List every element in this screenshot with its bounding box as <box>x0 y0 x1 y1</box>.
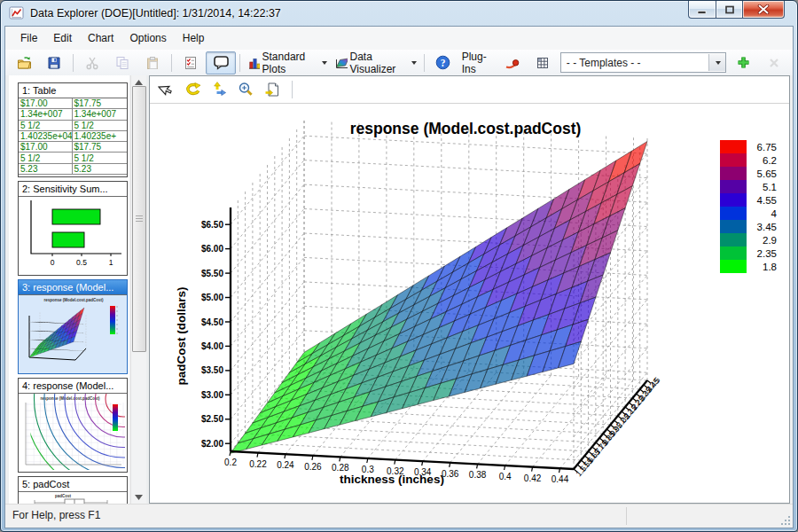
pointer-tool-button[interactable] <box>155 79 176 100</box>
3d-surface-plot[interactable]: $2.00$2.50$3.00$3.50$4.00$4.50$5.00$5.50… <box>150 104 789 503</box>
toolbar-separator <box>292 81 293 98</box>
comment-button[interactable] <box>206 51 236 74</box>
status-text: For Help, press F1 <box>12 509 100 521</box>
window-title: Data Explorer (DOE)[Untitled]: 1/31/2014… <box>30 7 281 20</box>
toolbar-separator <box>239 54 240 72</box>
toolbar-separator <box>171 54 172 72</box>
sidebar-scrollbar[interactable] <box>130 75 146 505</box>
export-page-icon <box>264 82 280 98</box>
svg-text:0.38: 0.38 <box>469 470 487 480</box>
thumbnail-4-contour[interactable]: 4: response (Model... response (Model.co… <box>18 378 128 473</box>
close-button[interactable] <box>743 1 785 19</box>
grid-icon <box>536 56 550 70</box>
svg-text:5.65: 5.65 <box>757 168 777 179</box>
standard-plots-button[interactable]: Standard Plots <box>244 51 331 74</box>
menu-bar: FileEditChartOptionsHelp <box>5 27 793 51</box>
thumbnail-5-histogram[interactable]: 5: padCost padCost <box>18 476 128 505</box>
restore-button[interactable] <box>716 1 743 19</box>
save-icon <box>47 56 61 70</box>
menu-item-help[interactable]: Help <box>175 27 213 49</box>
svg-text:$4.00: $4.00 <box>201 341 223 351</box>
svg-text:0.5: 0.5 <box>76 258 87 267</box>
svg-text:$5.00: $5.00 <box>201 293 223 302</box>
save-button[interactable] <box>39 51 69 74</box>
thumbnail-label: 4: response (Model... <box>19 379 127 394</box>
arrow-up-icon <box>135 80 143 85</box>
scroll-down-button[interactable] <box>131 490 146 505</box>
mini-table: $17.00$17.751.34e+0071.34e+0075 1/25 1/2… <box>19 98 127 175</box>
open-button[interactable] <box>9 51 39 74</box>
svg-text:response (Model.cost.padCost): response (Model.cost.padCost) <box>43 298 104 302</box>
templates-combobox[interactable]: - - Templates - - <box>560 52 726 73</box>
svg-text:$3.00: $3.00 <box>201 390 223 400</box>
menu-item-file[interactable]: File <box>12 27 45 49</box>
templates-value: - - Templates - - <box>567 57 641 69</box>
toolbar-separator <box>424 54 425 72</box>
thumbnail-3-surface[interactable]: 3: response (Model... response (Model.co… <box>18 279 128 374</box>
main-toolbar: Standard Plots Data Visualizer ? Plug-In… <box>5 50 793 76</box>
thumbnail-preview: padCost <box>19 492 127 505</box>
menu-item-edit[interactable]: Edit <box>45 27 80 49</box>
delete-template-button[interactable] <box>759 51 789 74</box>
checklist-button[interactable] <box>176 51 206 74</box>
menu-item-chart[interactable]: Chart <box>80 27 121 49</box>
toolbar-separator <box>73 54 74 72</box>
zoom-tool-button[interactable] <box>235 79 256 100</box>
thumbnail-1-table[interactable]: 1: Table $17.00$17.751.34e+0071.34e+0075… <box>18 82 128 177</box>
svg-text:6.2: 6.2 <box>763 155 777 166</box>
svg-text:1.8: 1.8 <box>763 262 777 272</box>
svg-text:2.9: 2.9 <box>763 235 777 246</box>
export-page-button[interactable] <box>262 79 283 100</box>
svg-text:?: ? <box>441 58 446 68</box>
client-area: FileEditChartOptionsHelp <box>4 26 794 528</box>
paste-button[interactable] <box>137 51 168 74</box>
add-template-button[interactable] <box>729 51 759 74</box>
minimize-icon <box>697 5 708 14</box>
svg-text:$6.00: $6.00 <box>201 244 223 254</box>
thumbnail-sidebar: 1: Table $17.00$17.751.34e+0071.34e+0075… <box>9 75 129 505</box>
rotate-tool-button[interactable] <box>182 79 203 100</box>
rotate-icon <box>184 82 201 98</box>
svg-text:4.55: 4.55 <box>757 195 777 206</box>
help-button[interactable]: ? <box>428 51 458 74</box>
svg-text:4: 4 <box>771 208 778 219</box>
plus-icon <box>737 56 750 69</box>
thumbnail-2-bar[interactable]: 2: Sensitivity Sum... 00.51 <box>18 181 128 276</box>
minimize-button[interactable] <box>688 1 716 19</box>
svg-text:0.4: 0.4 <box>499 472 512 481</box>
copy-button[interactable] <box>107 51 137 74</box>
svg-text:0.28: 0.28 <box>332 463 349 473</box>
thumbnail-label: 1: Table <box>19 83 127 98</box>
thumbnail-label: 3: response (Model... <box>19 280 127 295</box>
thumbnail-preview: $17.00$17.751.34e+0071.34e+0075 1/25 1/2… <box>19 98 127 176</box>
dropdown-caret-icon <box>411 61 417 65</box>
combobox-drop-button[interactable] <box>708 54 725 71</box>
svg-text:thickness (inches): thickness (inches) <box>340 473 444 486</box>
standard-plots-label: Standard Plots <box>262 51 318 75</box>
dropdown-caret-icon <box>322 61 327 65</box>
cut-icon <box>85 56 99 70</box>
svg-text:0.36: 0.36 <box>442 469 459 479</box>
data-visualizer-button[interactable]: Data Visualizer <box>331 51 419 74</box>
thumbnail-preview: response (Model.cost.padCost) <box>19 394 127 472</box>
cut-button[interactable] <box>77 51 107 74</box>
svg-text:0.44: 0.44 <box>552 474 569 484</box>
app-icon <box>9 6 25 20</box>
comet-icon <box>505 56 520 70</box>
plugin-comet-button[interactable] <box>497 51 528 74</box>
thumbnail-label: 2: Sensitivity Sum... <box>19 182 127 197</box>
menu-item-options[interactable]: Options <box>121 27 174 49</box>
svg-text:$4.50: $4.50 <box>201 317 223 327</box>
copy-icon <box>115 56 129 70</box>
scrollbar-thumb[interactable] <box>132 86 146 352</box>
thumbnail-preview: response (Model.cost.padCost) <box>19 295 127 373</box>
delete-x-icon <box>768 57 780 69</box>
resize-grip[interactable] <box>780 515 792 527</box>
title-bar[interactable]: Data Explorer (DOE)[Untitled]: 1/31/2014… <box>1 1 797 26</box>
dropdown-caret-icon <box>716 61 721 65</box>
pan-tool-button[interactable] <box>208 79 230 100</box>
chart-area: $2.00$2.50$3.00$3.50$4.00$4.50$5.00$5.50… <box>150 104 789 503</box>
svg-text:0.42: 0.42 <box>524 473 542 483</box>
pan-arrows-icon <box>211 82 228 98</box>
plugin-grid-button[interactable] <box>528 51 558 74</box>
